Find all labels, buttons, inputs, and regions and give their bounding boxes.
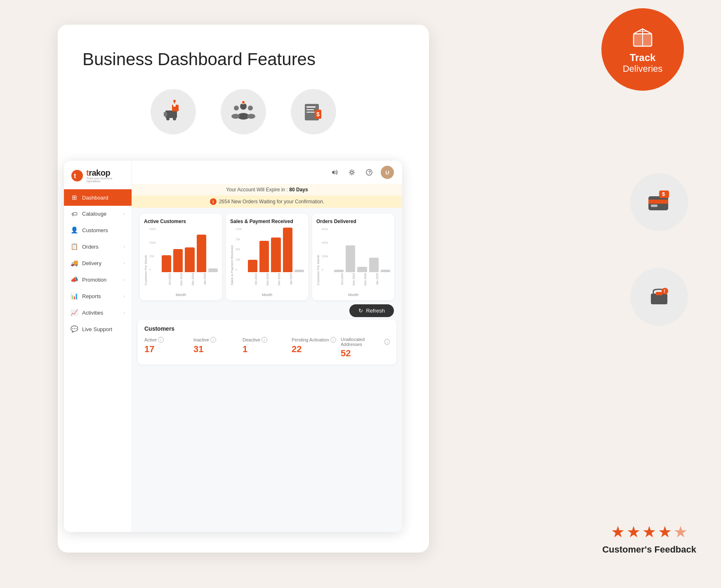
stat-deactive: Deactive i 1 [243,337,292,359]
star-5: ★ [674,523,688,541]
orders-alert: i 2654 New Orders Waiting for your Confi… [132,195,402,208]
svg-rect-21 [306,106,316,108]
chart-title: Sales & Payment Received [230,219,304,224]
x-title: Month [144,293,218,297]
bar [283,228,292,272]
shopping-feature: ! [630,268,688,326]
sales-payment-chart: Sales & Payment Received Sales & Payment… [226,214,308,300]
bar [197,235,206,272]
info-icon: i [384,339,390,345]
bar [248,260,257,272]
charts-section: Active Customers Customer Per Month 4800… [132,208,402,300]
sidebar-item-label: Live Support [82,326,112,332]
stars-rating: ★ ★ ★ ★ ★ [611,523,688,541]
chevron-right-icon: › [124,294,125,299]
bar [346,245,355,272]
promotion-icon: 📣 [71,276,78,283]
x-label: Jan-2025 [197,273,206,285]
chart-bars-wrap: 100k 75k 50k 25k 0 [236,228,304,285]
sidebar-item-catalouge[interactable]: 🏷 Catalouge › [64,206,132,222]
hero-section: Business Dashboard Features [58,25,429,151]
billing-icon-circle: $ [291,89,336,134]
sidebar-item-label: Orders [82,244,99,250]
svg-text:?: ? [368,170,371,175]
stat-value: 1 [243,344,292,355]
settings-icon[interactable] [346,167,358,178]
sidebar-item-label: Activities [82,310,103,316]
chart-title: Orders Delivered [316,219,390,224]
stat-label: Deactive i [243,337,292,343]
chart-area: Customer Per Month 4800 2500 350 0 [144,228,218,285]
logo-sub: Track your Business Operations [86,177,125,183]
avatar[interactable]: U [381,166,394,179]
stat-active: Active i 17 [144,337,193,359]
chevron-right-icon: › [124,278,125,282]
livesupport-icon: 💬 [71,325,78,333]
box-icon [630,25,655,49]
activities-icon: 📈 [71,309,78,316]
svg-point-9 [173,104,176,107]
star-3: ★ [642,523,656,541]
svg-rect-4 [165,111,177,118]
bar [357,267,367,272]
x-label [208,273,218,285]
track-label-bold: Track [630,52,656,64]
bar [259,241,269,272]
logo-text: trakop [86,168,125,178]
sound-icon[interactable] [329,167,340,178]
y-label: Customer Per Month [316,255,320,285]
sidebar-item-delivery[interactable]: 🚚 Delivery › [64,255,132,271]
help-icon[interactable]: ? [363,167,375,178]
sidebar-item-label: Reports [82,293,101,299]
y-label: Customer Per Month [144,255,148,285]
track-label-normal: Deliveries [623,64,663,74]
chart-bars-wrap: 600k 400k 200k 0 [322,228,390,285]
payment-feature: $ [630,173,688,231]
topbar: ? U [132,161,402,184]
sidebar-item-dashboard[interactable]: ⊞ Dashboard [64,189,132,206]
svg-point-14 [234,106,239,111]
x-label: Nov-2024 [173,273,183,285]
bar [185,247,194,272]
sidebar-item-label: Delivery [82,260,101,266]
refresh-button[interactable]: ↻ Refresh [349,304,394,317]
team-icon-circle: i [221,89,266,134]
sidebar-item-customers[interactable]: 👤 Customers [64,222,132,238]
sidebar-item-livesupport[interactable]: 💬 Live Support [64,321,132,337]
bar [295,270,304,272]
svg-text:$: $ [662,191,665,197]
stat-unallocated: Unallocated Addresses i 52 [341,337,390,359]
svg-text:t: t [74,172,76,179]
chevron-right-icon: › [124,212,125,216]
stat-value: 17 [144,344,193,355]
sidebar-item-reports[interactable]: 📊 Reports › [64,288,132,304]
svg-rect-5 [164,112,167,116]
svg-point-28 [351,171,353,174]
stat-label: Unallocated Addresses i [341,337,390,347]
bar [208,268,218,272]
x-label: Dec-2024 [185,273,194,285]
stat-value: 52 [341,348,390,359]
logo-icon: t [71,169,84,182]
stat-label: Active i [144,337,193,343]
sidebar-item-label: Catalouge [82,211,106,217]
chevron-right-icon: › [124,245,125,249]
bar [334,270,344,272]
info-icon: i [262,337,267,343]
feedback-section: ★ ★ ★ ★ ★ Customer's Feedback [602,523,696,555]
orders-delivered-chart: Orders Delivered Customer Per Month 600k… [312,214,394,300]
svg-point-7 [173,117,176,120]
svg-text:$: $ [316,111,320,118]
chevron-right-icon: › [124,261,125,266]
bar [271,238,280,272]
svg-rect-22 [306,109,314,110]
sidebar-item-label: Promotion [82,277,106,283]
svg-text:!: ! [664,289,665,294]
svg-point-17 [247,114,255,119]
sidebar-item-promotion[interactable]: 📣 Promotion › [64,271,132,288]
sidebar-item-activities[interactable]: 📈 Activities › [64,304,132,321]
sidebar-item-orders[interactable]: 📋 Orders › [64,238,132,255]
customers-title: Customers [144,325,390,332]
refresh-icon: ↻ [358,308,363,314]
svg-point-6 [166,117,170,120]
